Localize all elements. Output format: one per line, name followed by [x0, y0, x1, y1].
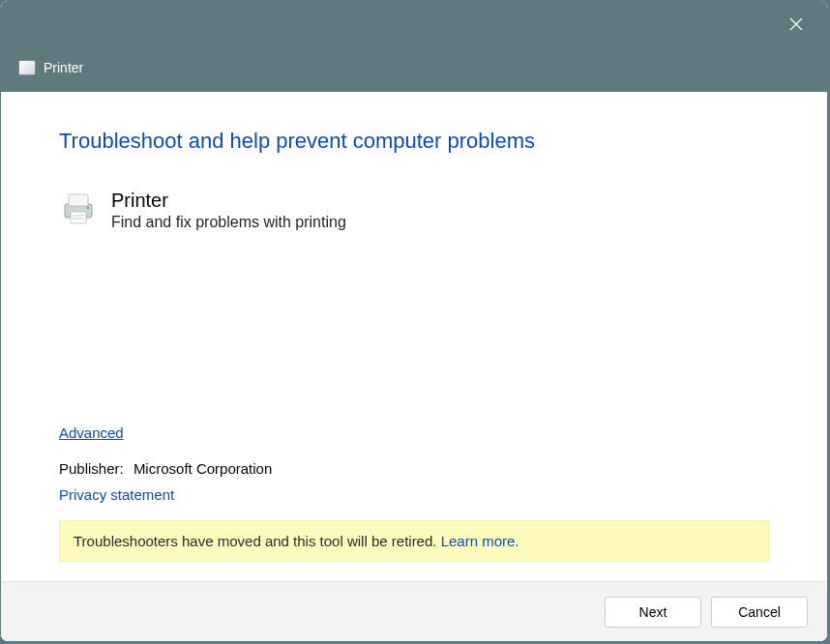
privacy-statement-link[interactable]: Privacy statement: [59, 486, 769, 503]
retirement-notice: Troubleshooters have moved and this tool…: [59, 520, 769, 562]
item-description: Find and fix problems with printing: [111, 214, 346, 231]
footer: Next Cancel: [1, 581, 827, 641]
svg-point-7: [87, 207, 89, 209]
close-icon: [789, 17, 803, 31]
header-strip: Printer: [1, 44, 827, 92]
next-button[interactable]: Next: [605, 597, 701, 628]
advanced-link[interactable]: Advanced: [59, 424, 769, 441]
printer-small-icon: [18, 60, 36, 75]
main-heading: Troubleshoot and help prevent computer p…: [59, 129, 769, 154]
publisher-name: Microsoft Corporation: [133, 460, 272, 477]
notice-text: Troubleshooters have moved and this tool…: [74, 533, 441, 549]
cancel-button[interactable]: Cancel: [711, 597, 808, 628]
troubleshooter-item: Printer Find and fix problems with print…: [59, 189, 769, 231]
publisher-label: Publisher:: [59, 460, 124, 477]
titlebar: [1, 1, 827, 44]
header-title: Printer: [44, 60, 83, 75]
content-area: Troubleshoot and help prevent computer p…: [1, 92, 827, 581]
item-text: Printer Find and fix problems with print…: [111, 189, 346, 231]
close-button[interactable]: [783, 11, 810, 38]
learn-more-link[interactable]: Learn more.: [441, 533, 519, 549]
publisher-row: Publisher: Microsoft Corporation: [59, 460, 769, 477]
svg-rect-3: [69, 194, 88, 206]
item-title: Printer: [111, 189, 346, 212]
troubleshooter-window: Printer Troubleshoot and help prevent co…: [0, 0, 828, 642]
svg-rect-4: [71, 212, 86, 223]
printer-icon: [59, 189, 98, 227]
